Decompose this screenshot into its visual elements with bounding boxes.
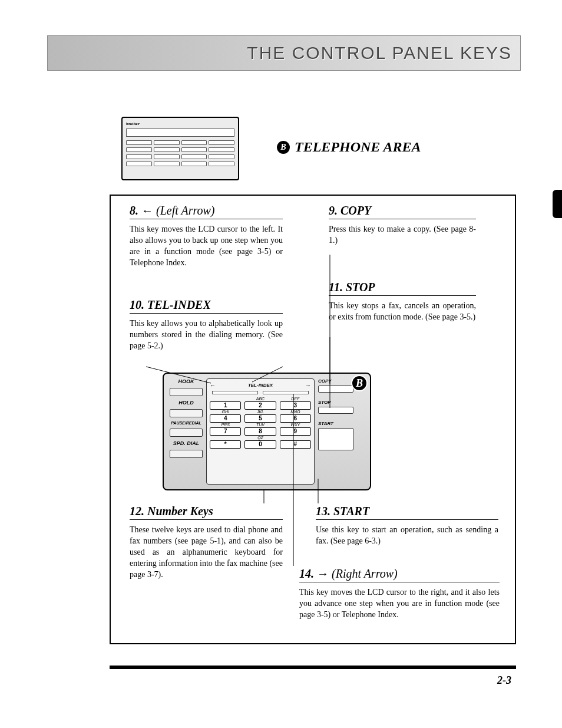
section-9-body: Press this key to make a copy. (See page… [329,224,476,246]
section-13-num: 13. START [316,505,369,518]
section-10-num: 10. TEL-INDEX [130,298,211,311]
keypad-diagram: HOOK HOLD PAUSE/REDIAL SPD. DIAL ← TEL-I… [163,373,371,490]
section-12-body: These twelve keys are used to dial phone… [130,525,283,580]
start-key [318,428,353,450]
section-14-body: This key moves the LCD cursor to the rig… [299,587,500,621]
page-header: THE CONTROL PANEL KEYS [47,35,521,71]
hook-label: HOOK [170,378,203,384]
start-label: START [318,421,333,426]
number-key: 6 [280,414,311,423]
section-10: 10. TEL-INDEX This key allows you to alp… [130,298,283,352]
spd-dial-label: SPD. DIAL [170,440,203,446]
keypad-left-arrow-icon: ← [210,382,216,388]
number-key: 5 [244,414,276,423]
key-letters: ABC [256,397,265,401]
key-letters: TUV [256,423,265,427]
stop-label: STOP [318,400,331,405]
callout-frame: 8. ← (Left Arrow) This key moves the LCD… [110,195,516,644]
number-key: 2 [244,401,276,410]
copy-label: COPY [318,378,332,384]
number-key: 1 [210,401,241,410]
pause-redial-label: PAUSE/REDIAL [170,421,203,425]
section-13: 13. START Use this key to start an opera… [316,505,498,547]
section-8-num: 8. [130,204,138,217]
number-key: 7 [210,427,241,436]
number-key: 3 [280,401,311,410]
b-badge-icon: B [277,141,290,154]
section-8: 8. ← (Left Arrow) This key moves the LCD… [130,204,283,269]
section-8-body: This key moves the LCD cursor to the lef… [130,224,283,269]
area-title-text: TELEPHONE AREA [295,139,421,155]
number-key: 4 [210,414,241,423]
number-key: 9 [280,427,311,436]
panel-thumbnail: brother [121,117,239,180]
pause-redial-key [170,429,203,437]
page-number: 2-3 [497,674,511,687]
section-11-body: This key stops a fax, cancels an operati… [329,301,476,323]
section-12-num: 12. Number Keys [130,505,213,518]
section-14-num: 14. [299,567,314,580]
section-13-body: Use this key to start an operation, such… [316,525,498,547]
hold-label: HOLD [170,400,203,406]
tel-index-label: TEL-INDEX [248,383,273,388]
section-8-paren: (Left Arrow) [156,204,214,217]
key-letters: PRS [221,423,229,427]
section-14-paren: (Right Arrow) [332,567,398,580]
area-title: B TELEPHONE AREA [277,139,421,155]
left-arrow-icon: ← [141,204,153,217]
section-12: 12. Number Keys These twelve keys are us… [130,505,283,580]
header-title: THE CONTROL PANEL KEYS [247,43,512,63]
section-9: 9. COPY Press this key to make a copy. (… [329,204,476,246]
key-letters: MNO [290,410,300,414]
number-key: * [210,440,241,449]
thumb-brand: brother [126,121,234,126]
copy-key [318,386,353,393]
key-letters: JKL [257,410,264,414]
key-letters: WXY [290,423,300,427]
hold-key [170,409,203,417]
section-10-body: This key allows you to alphabetically lo… [130,318,283,352]
section-11: 11. STOP This key stops a fax, cancels a… [329,281,476,323]
section-9-num: 9. COPY [329,204,371,217]
section-tab [553,190,562,218]
section-14: 14. → (Right Arrow) This key moves the L… [299,567,500,621]
footer-rule [110,666,516,669]
key-letters: GHI [222,410,229,414]
b-badge-icon: B [351,375,368,391]
number-key: 8 [244,427,276,436]
key-letters: QZ [257,436,263,440]
section-11-num: 11. STOP [329,281,375,294]
keypad-right-arrow-icon: → [305,382,311,388]
key-letters: DEF [291,397,299,401]
hook-key [170,388,203,396]
right-arrow-icon: → [317,567,329,580]
number-key: # [280,440,311,449]
number-key: 0 [244,440,276,449]
spd-dial-key [170,450,203,458]
stop-key [318,407,353,414]
